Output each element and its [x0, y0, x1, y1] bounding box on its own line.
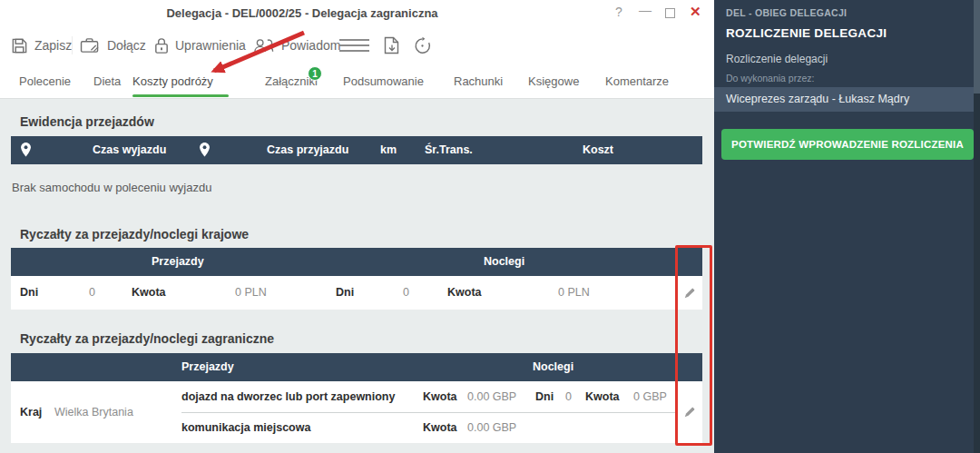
- ewidencja-col-czas-przyjazdu: Czas przyjazdu: [267, 136, 348, 164]
- ewidencja-table-header: Czas wyjazdu Czas przyjazdu km Śr.Trans.…: [11, 136, 702, 164]
- minimize-icon[interactable]: —: [639, 3, 652, 17]
- main-panel: Delegacja - DEL/0002/25 - Delegacja zagr…: [0, 0, 714, 453]
- toolbar-divider: [72, 36, 73, 54]
- tab-komentarze[interactable]: Komentarze: [605, 65, 669, 98]
- zagraniczne-sub1-kwota-value: 0.00 GBP: [467, 390, 516, 403]
- history-button[interactable]: [413, 25, 432, 65]
- zagraniczne-sub2-name: komunikacja miejscowa: [181, 421, 310, 434]
- krajowe-noclegi-kwota-label: Kwota: [447, 276, 482, 310]
- krajowe-group-noclegi: Noclegi: [484, 248, 524, 276]
- assignee-label: Do wykonania przez:: [726, 73, 814, 84]
- krajowe-noclegi-dni-label: Dni: [336, 276, 354, 310]
- ewidencja-col-koszt: Koszt: [583, 136, 613, 164]
- workflow-sidebar: DEL - OBIEG DELEGACJI ROZLICZENIE DELEGA…: [714, 0, 980, 453]
- tab-koszty-podrozy[interactable]: Koszty podróży: [132, 65, 213, 98]
- krajowe-row: Dni 0 Kwota 0 PLN Dni 0 Kwota 0 PLN: [11, 276, 702, 310]
- save-label: Zapisz: [34, 38, 72, 53]
- section-title-ewidencja: Ewidencja przejazdów: [20, 114, 154, 129]
- krajowe-przejazdy-dni-value: 0: [89, 276, 95, 310]
- workflow-task-name: Rozliczenie delegacji: [726, 53, 828, 65]
- zagraniczne-sub1-dni-value: 0: [565, 390, 572, 403]
- zagraniczne-kraj-value: Wielka Brytania: [54, 406, 133, 419]
- zagraniczne-edit-button[interactable]: [676, 381, 702, 443]
- pin-icon: [199, 142, 211, 161]
- maximize-icon[interactable]: [665, 8, 675, 18]
- save-button[interactable]: Zapisz: [11, 25, 72, 65]
- section-title-krajowe: Ryczałty za przejazdy/noclegi krajowe: [20, 227, 249, 241]
- krajowe-group-przejazdy: Przejazdy: [152, 248, 204, 276]
- krajowe-przejazdy-dni-label: Dni: [20, 276, 38, 310]
- tab-dieta[interactable]: Dieta: [93, 65, 121, 98]
- sidebar-scrollbar-thumb[interactable]: [974, 0, 980, 94]
- history-icon: [413, 36, 432, 55]
- notify-button[interactable]: Powiadom: [252, 25, 340, 65]
- zagraniczne-table-header: Przejazdy Noclegi: [11, 353, 702, 381]
- zagraniczne-sub1-kwota-label: Kwota: [423, 390, 457, 403]
- tab-ksiegowe[interactable]: Księgowe: [528, 65, 579, 98]
- zagraniczne-group-przejazdy: Przejazdy: [181, 353, 234, 381]
- zagraniczne-sub1-name: dojazd na dworzec lub port zapewniony: [181, 390, 395, 403]
- zagraniczne-sub1-kwota2-label: Kwota: [585, 390, 620, 403]
- pencil-icon: [683, 406, 696, 419]
- pencil-icon: [683, 287, 696, 300]
- attach-button[interactable]: Dołącz: [80, 25, 146, 65]
- zagraniczne-sub2-kwota-label: Kwota: [423, 421, 457, 434]
- confirm-settlement-button[interactable]: POTWIERDŹ WPROWADZENIE ROZLICZENIA: [721, 129, 974, 160]
- krajowe-noclegi-dni-value: 0: [403, 276, 409, 310]
- save-icon: [11, 37, 28, 54]
- workflow-stage-title: ROZLICZENIE DELEGACJI: [726, 26, 887, 40]
- assignee-value: Wiceprezes zarządu - Łukasz Mądry: [714, 87, 974, 112]
- window-title: Delegacja - DEL/0002/25 - Delegacja zagr…: [0, 6, 604, 20]
- zagraniczne-sub1-kwota2-value: 0 GBP: [633, 390, 667, 403]
- tab-bar: Polecenie Dieta Koszty podróży Załącznik…: [0, 65, 714, 98]
- lock-icon: [154, 37, 169, 54]
- permissions-label: Uprawnienia: [175, 38, 246, 53]
- pdf-export-button[interactable]: [384, 25, 399, 65]
- tab-polecenie[interactable]: Polecenie: [19, 65, 71, 98]
- toolbar: Zapisz Dołącz: [0, 25, 714, 65]
- workflow-app-label: DEL - OBIEG DELEGACJI: [726, 7, 847, 18]
- attachments-count-badge: 1: [308, 66, 322, 81]
- tab-podsumowanie[interactable]: Podsumowanie: [343, 65, 424, 98]
- tab-rachunki[interactable]: Rachunki: [454, 65, 503, 98]
- attach-icon: [80, 37, 101, 54]
- section-title-zagraniczne: Ryczałty za przejazdy/noclegi zagraniczn…: [20, 331, 274, 346]
- zagraniczne-group-noclegi: Noclegi: [533, 353, 573, 381]
- ewidencja-col-czas-wyjazdu: Czas wyjazdu: [93, 136, 166, 164]
- zagraniczne-kraj-label: Kraj: [20, 406, 42, 419]
- subrow-divider: [181, 412, 676, 413]
- ewidencja-col-km: km: [380, 136, 397, 164]
- ewidencja-col-sr-trans: Śr.Trans.: [425, 136, 473, 164]
- krajowe-edit-button[interactable]: [676, 276, 702, 310]
- pin-icon: [20, 142, 32, 161]
- tab-content-koszty-podrozy: Ewidencja przejazdów Czas wyjazdu Czas p…: [0, 98, 714, 453]
- zagraniczne-sub1-dni-label: Dni: [535, 390, 554, 403]
- krajowe-table-header: Przejazdy Noclegi: [11, 248, 702, 276]
- close-icon[interactable]: ✕: [690, 4, 701, 20]
- delegation-window: Delegacja - DEL/0002/25 - Delegacja zagr…: [0, 0, 980, 453]
- notify-label: Powiadom: [281, 38, 340, 53]
- pdf-icon: [384, 36, 399, 54]
- help-icon[interactable]: ?: [615, 5, 622, 19]
- permissions-button[interactable]: Uprawnienia: [154, 25, 246, 65]
- krajowe-noclegi-kwota-value: 0 PLN: [558, 276, 590, 310]
- active-tab-underline: [132, 94, 229, 97]
- attach-label: Dołącz: [107, 38, 146, 53]
- hamburger-icon: [339, 38, 369, 53]
- krajowe-przejazdy-kwota-value: 0 PLN: [235, 276, 267, 310]
- sidebar-scrollbar[interactable]: [974, 0, 980, 453]
- people-icon: [252, 37, 275, 54]
- zagraniczne-sub2-kwota-value: 0.00 GBP: [467, 421, 516, 434]
- menu-button[interactable]: [339, 25, 369, 65]
- zagraniczne-row: Kraj Wielka Brytania dojazd na dworzec l…: [11, 381, 702, 443]
- ewidencja-empty-message: Brak samochodu w poleceniu wyjazdu: [12, 181, 211, 194]
- krajowe-przejazdy-kwota-label: Kwota: [132, 276, 166, 310]
- titlebar: Delegacja - DEL/0002/25 - Delegacja zagr…: [0, 0, 714, 25]
